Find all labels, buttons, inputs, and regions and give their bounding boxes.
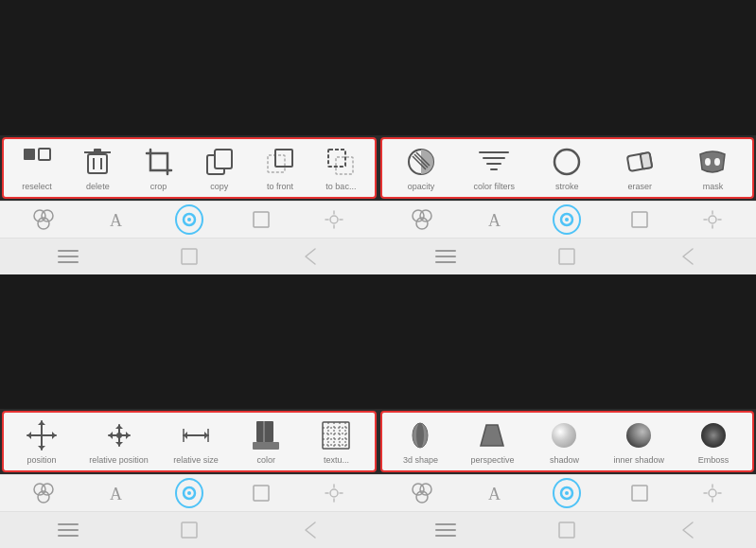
position-icon <box>25 418 59 452</box>
svg-point-42 <box>714 158 720 166</box>
tool-opacity[interactable]: opacity <box>398 145 444 191</box>
svg-rect-49 <box>632 212 647 227</box>
emboss-label: Emboss <box>698 455 730 465</box>
nav-layers-3[interactable] <box>29 479 58 507</box>
relative-size-icon <box>179 418 213 452</box>
svg-text:A: A <box>488 211 501 230</box>
svg-rect-29 <box>182 249 197 264</box>
tool-inner-shadow[interactable]: inner shadow <box>613 418 664 465</box>
square-icon-2[interactable] <box>553 242 581 271</box>
reselect-label: reselect <box>22 182 52 191</box>
tool-relative-position[interactable]: relative position <box>89 418 149 465</box>
quadrant-top-right: opacity color filters stroke <box>378 0 757 274</box>
opacity-label: opacity <box>408 182 435 191</box>
delete-icon <box>80 145 114 179</box>
svg-rect-40 <box>641 152 653 168</box>
svg-point-97 <box>552 423 576 448</box>
eraser-label: eraser <box>628 182 653 191</box>
svg-rect-85 <box>254 486 269 501</box>
tool-perspective[interactable]: perspective <box>469 418 515 465</box>
nav-effects-3[interactable] <box>320 479 348 507</box>
nav-effects-2[interactable] <box>698 205 727 234</box>
tool-shadow[interactable]: shadow <box>541 418 587 465</box>
color-icon <box>249 418 283 452</box>
svg-point-21 <box>330 216 338 223</box>
square-icon-3[interactable] <box>175 516 203 544</box>
bottom-bar-2 <box>378 238 757 274</box>
quadrant-bottom-left: position relative position <box>0 274 378 549</box>
nav-layers-4[interactable] <box>408 479 436 507</box>
tool-copy[interactable]: copy <box>197 145 242 191</box>
nav-bar-1: A <box>0 201 378 238</box>
relative-size-label: relative size <box>173 455 219 465</box>
nav-text-4[interactable]: A <box>481 479 509 507</box>
nav-effects-4[interactable] <box>698 479 727 507</box>
nav-layers-1[interactable] <box>29 205 58 234</box>
menu-icon-3[interactable] <box>54 516 82 544</box>
menu-icon-2[interactable] <box>431 242 460 271</box>
svg-rect-1 <box>39 149 50 160</box>
relative-position-icon <box>102 418 136 452</box>
nav-transform-3[interactable] <box>247 479 275 507</box>
tool-mask[interactable]: mask <box>690 145 735 191</box>
nav-shape-3[interactable] <box>175 479 203 507</box>
nav-transform-4[interactable] <box>625 479 654 507</box>
color-filters-label: color filters <box>473 182 515 191</box>
tool-position[interactable]: position <box>19 418 64 465</box>
back-icon-4[interactable] <box>674 516 702 544</box>
tool-stroke[interactable]: stroke <box>544 145 589 191</box>
svg-point-86 <box>330 489 338 497</box>
position-label: position <box>27 455 57 465</box>
to-back-icon <box>324 145 358 179</box>
back-icon-3[interactable] <box>296 516 325 544</box>
copy-label: copy <box>210 182 228 191</box>
tool-relative-size[interactable]: relative size <box>173 418 219 465</box>
crop-icon <box>142 145 176 179</box>
nav-shape-4[interactable] <box>553 479 581 507</box>
svg-rect-58 <box>559 249 574 264</box>
color-filters-icon <box>477 145 511 179</box>
nav-effects-1[interactable] <box>320 205 348 234</box>
tool-to-back[interactable]: to bac... <box>318 145 363 191</box>
square-icon-1[interactable] <box>175 242 203 271</box>
svg-rect-7 <box>150 153 167 170</box>
nav-transform-1[interactable] <box>247 205 275 234</box>
copy-icon <box>202 145 237 179</box>
nav-text-2[interactable]: A <box>481 205 509 234</box>
square-icon-4[interactable] <box>553 516 581 544</box>
tool-crop[interactable]: crop <box>136 145 182 191</box>
menu-icon-1[interactable] <box>54 242 82 271</box>
nav-bar-2: A <box>378 201 757 238</box>
nav-bar-3: A <box>0 474 378 511</box>
nav-shape-1[interactable] <box>175 205 203 234</box>
svg-rect-13 <box>328 150 345 167</box>
texture-label: textu... <box>324 455 349 465</box>
nav-layers-2[interactable] <box>408 205 436 234</box>
nav-text-1[interactable]: A <box>102 205 131 234</box>
svg-point-84 <box>187 491 191 495</box>
svg-rect-20 <box>254 212 269 227</box>
to-back-label: to bac... <box>325 182 356 191</box>
back-icon-1[interactable] <box>296 242 325 271</box>
tool-delete[interactable]: delete <box>75 145 120 191</box>
tool-color[interactable]: color <box>243 418 289 465</box>
back-icon-2[interactable] <box>674 242 702 271</box>
delete-label: delete <box>86 182 110 191</box>
nav-transform-2[interactable] <box>625 205 654 234</box>
tool-3d-shape[interactable]: 3d shape <box>397 418 443 465</box>
nav-text-3[interactable]: A <box>102 479 131 507</box>
nav-shape-2[interactable] <box>553 205 581 234</box>
mask-icon <box>695 145 730 179</box>
svg-rect-2 <box>88 154 107 173</box>
tool-to-front[interactable]: to front <box>257 145 303 191</box>
preview-area-4 <box>378 274 757 410</box>
tool-texture[interactable]: textu... <box>313 418 359 465</box>
menu-icon-4[interactable] <box>431 516 460 544</box>
tool-color-filters[interactable]: color filters <box>471 145 517 191</box>
tool-eraser[interactable]: eraser <box>617 145 662 191</box>
tool-emboss[interactable]: Emboss <box>691 418 736 465</box>
tool-reselect[interactable]: reselect <box>14 145 60 191</box>
mask-label: mask <box>703 182 724 191</box>
quadrant-bottom-right: 3d shape perspective <box>378 274 757 549</box>
shadow-icon <box>547 418 581 452</box>
